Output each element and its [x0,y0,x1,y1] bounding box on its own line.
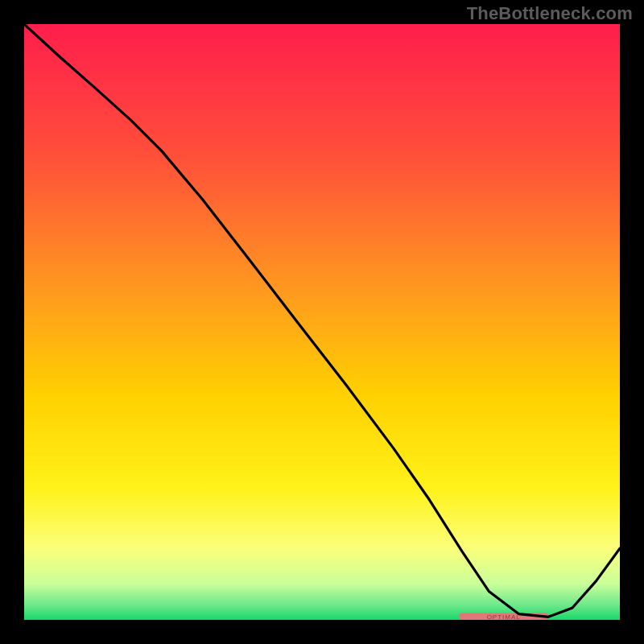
gradient-background [24,24,620,620]
chart-svg: OPTIMAL [24,24,620,620]
plot-area: OPTIMAL [24,24,620,620]
optimal-marker-label: OPTIMAL [487,613,521,620]
chart-root: TheBottleneck.com OPTIMAL [0,0,644,644]
watermark-text: TheBottleneck.com [467,3,633,24]
